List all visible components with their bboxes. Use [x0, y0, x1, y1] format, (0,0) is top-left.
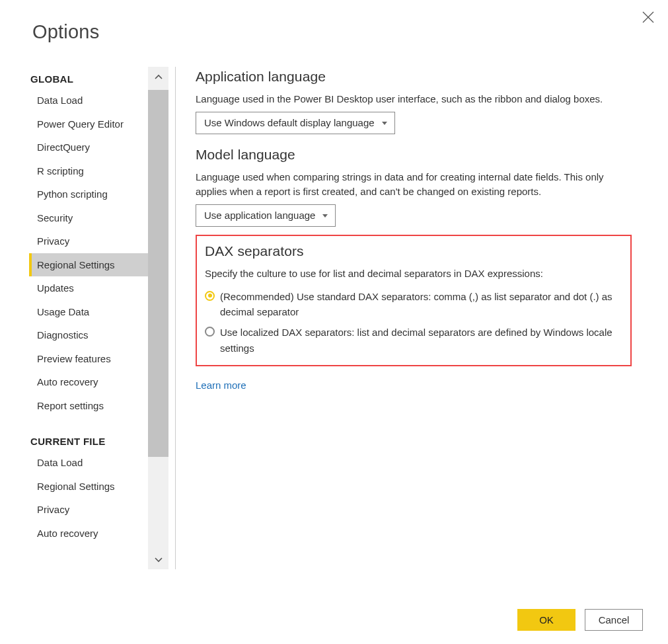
sidebar-item-cf-data-load[interactable]: Data Load [29, 451, 148, 475]
sidebar-item-regional-settings[interactable]: Regional Settings [29, 253, 148, 277]
sidebar-item-diagnostics[interactable]: Diagnostics [29, 323, 148, 347]
application-language-desc: Language used in the Power BI Desktop us… [196, 92, 632, 106]
radio-icon [205, 327, 215, 337]
dax-radio-standard-label: (Recommended) Use standard DAX separator… [220, 289, 614, 320]
dax-radio-localized-label: Use localized DAX separators: list and d… [220, 325, 614, 356]
model-language-select[interactable]: Use application language [196, 204, 336, 227]
scroll-down-arrow-icon[interactable] [148, 549, 168, 569]
sidebar-item-cf-regional-settings[interactable]: Regional Settings [29, 475, 148, 499]
application-language-select[interactable]: Use Windows default display language [196, 112, 395, 134]
dialog-footer: OK Cancel [517, 609, 643, 631]
close-button[interactable] [640, 9, 656, 25]
dialog-title: Options [0, 0, 668, 43]
svg-marker-3 [322, 214, 328, 218]
sidebar-item-data-load[interactable]: Data Load [29, 89, 148, 112]
sidebar-item-report-settings[interactable]: Report settings [29, 394, 148, 418]
sidebar-header-global: GLOBAL [29, 67, 148, 89]
dax-separators-desc: Specify the culture to use for list and … [205, 266, 618, 281]
sidebar-item-privacy[interactable]: Privacy [29, 229, 148, 253]
model-language-desc: Language used when comparing strings in … [196, 170, 632, 199]
ok-button[interactable]: OK [517, 609, 575, 631]
radio-icon [205, 291, 215, 301]
learn-more-link[interactable]: Learn more [196, 378, 246, 393]
sidebar-item-power-query-editor[interactable]: Power Query Editor [29, 112, 148, 136]
application-language-title: Application language [196, 67, 655, 87]
sidebar-item-usage-data[interactable]: Usage Data [29, 300, 148, 324]
sidebar: GLOBAL Data Load Power Query Editor Dire… [29, 67, 168, 569]
scroll-thumb[interactable] [148, 90, 168, 457]
chevron-down-icon [381, 120, 388, 126]
sidebar-item-directquery[interactable]: DirectQuery [29, 136, 148, 159]
sidebar-item-cf-auto-recovery[interactable]: Auto recovery [29, 522, 148, 545]
application-language-select-value: Use Windows default display language [204, 116, 375, 130]
dax-radio-standard[interactable]: (Recommended) Use standard DAX separator… [205, 289, 614, 320]
scroll-up-arrow-icon[interactable] [148, 67, 168, 87]
sidebar-scrollbar[interactable] [148, 67, 168, 569]
sidebar-item-updates[interactable]: Updates [29, 276, 148, 300]
chevron-down-icon [322, 212, 328, 219]
sidebar-item-auto-recovery[interactable]: Auto recovery [29, 370, 148, 394]
sidebar-item-cf-privacy[interactable]: Privacy [29, 498, 148, 522]
svg-marker-2 [382, 122, 387, 125]
sidebar-item-security[interactable]: Security [29, 206, 148, 230]
model-language-title: Model language [196, 145, 655, 165]
sidebar-item-preview-features[interactable]: Preview features [29, 347, 148, 371]
dax-radio-localized[interactable]: Use localized DAX separators: list and d… [205, 325, 614, 356]
cancel-button[interactable]: Cancel [585, 609, 643, 631]
sidebar-header-current-file: CURRENT FILE [29, 429, 148, 451]
sidebar-item-r-scripting[interactable]: R scripting [29, 159, 148, 183]
sidebar-item-python-scripting[interactable]: Python scripting [29, 182, 148, 206]
main-panel: Application language Language used in th… [176, 67, 668, 569]
dax-separators-section: DAX separators Specify the culture to us… [196, 235, 632, 366]
dax-separators-title: DAX separators [205, 241, 618, 261]
model-language-select-value: Use application language [204, 208, 315, 223]
